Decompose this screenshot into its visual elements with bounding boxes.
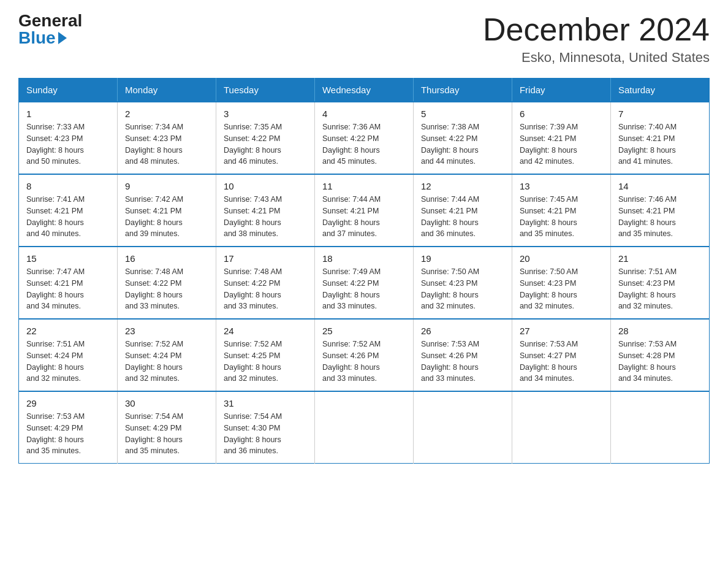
calendar-day-cell: 4Sunrise: 7:36 AMSunset: 4:22 PMDaylight… [314,102,413,174]
day-info: Sunrise: 7:52 AMSunset: 4:26 PMDaylight:… [322,339,406,385]
weekday-header-thursday: Thursday [413,79,512,102]
day-info: Sunrise: 7:42 AMSunset: 4:21 PMDaylight:… [125,194,208,240]
calendar-day-cell: 25Sunrise: 7:52 AMSunset: 4:26 PMDayligh… [314,319,413,391]
calendar-body: 1Sunrise: 7:33 AMSunset: 4:23 PMDaylight… [19,102,710,464]
day-number: 12 [421,181,504,191]
day-number: 22 [26,326,110,336]
calendar-day-cell: 10Sunrise: 7:43 AMSunset: 4:21 PMDayligh… [216,174,314,247]
calendar-day-cell: 7Sunrise: 7:40 AMSunset: 4:21 PMDaylight… [610,102,709,174]
day-info: Sunrise: 7:33 AMSunset: 4:23 PMDaylight:… [26,121,110,167]
day-number: 26 [421,326,504,336]
day-info: Sunrise: 7:44 AMSunset: 4:21 PMDaylight:… [421,194,504,240]
calendar-week-row: 29Sunrise: 7:53 AMSunset: 4:29 PMDayligh… [19,391,710,464]
weekday-header-sunday: Sunday [19,79,118,102]
calendar-day-cell: 6Sunrise: 7:39 AMSunset: 4:21 PMDaylight… [512,102,610,174]
logo-triangle-icon [58,32,67,44]
day-number: 25 [322,326,406,336]
day-info: Sunrise: 7:48 AMSunset: 4:22 PMDaylight:… [125,266,208,312]
page-header: General Blue December 2024 Esko, Minneso… [18,12,710,66]
weekday-header-tuesday: Tuesday [216,79,314,102]
calendar-day-cell: 18Sunrise: 7:49 AMSunset: 4:22 PMDayligh… [314,247,413,319]
day-info: Sunrise: 7:45 AMSunset: 4:21 PMDaylight:… [520,194,603,240]
day-number: 28 [618,326,702,336]
calendar-week-row: 15Sunrise: 7:47 AMSunset: 4:21 PMDayligh… [19,247,710,319]
day-number: 15 [26,253,110,264]
day-number: 29 [26,398,110,408]
calendar-day-cell: 2Sunrise: 7:34 AMSunset: 4:23 PMDaylight… [117,102,216,174]
day-number: 9 [125,181,208,191]
day-info: Sunrise: 7:50 AMSunset: 4:23 PMDaylight:… [421,266,504,312]
weekday-header-monday: Monday [117,79,216,102]
day-info: Sunrise: 7:52 AMSunset: 4:24 PMDaylight:… [125,339,208,385]
day-number: 5 [421,109,504,119]
day-info: Sunrise: 7:40 AMSunset: 4:21 PMDaylight:… [618,121,702,167]
calendar-day-cell: 5Sunrise: 7:38 AMSunset: 4:22 PMDaylight… [413,102,512,174]
day-number: 3 [224,109,307,119]
day-info: Sunrise: 7:49 AMSunset: 4:22 PMDaylight:… [322,266,406,312]
day-info: Sunrise: 7:41 AMSunset: 4:21 PMDaylight:… [26,194,110,240]
calendar-day-cell: 26Sunrise: 7:53 AMSunset: 4:26 PMDayligh… [413,319,512,391]
day-info: Sunrise: 7:51 AMSunset: 4:23 PMDaylight:… [618,266,702,312]
day-number: 30 [125,398,208,408]
calendar-day-cell: 17Sunrise: 7:48 AMSunset: 4:22 PMDayligh… [216,247,314,319]
weekday-header-wednesday: Wednesday [314,79,413,102]
day-info: Sunrise: 7:38 AMSunset: 4:22 PMDaylight:… [421,121,504,167]
day-info: Sunrise: 7:51 AMSunset: 4:24 PMDaylight:… [26,339,110,385]
day-info: Sunrise: 7:39 AMSunset: 4:21 PMDaylight:… [520,121,603,167]
calendar-day-cell: 11Sunrise: 7:44 AMSunset: 4:21 PMDayligh… [314,174,413,247]
calendar-day-cell: 15Sunrise: 7:47 AMSunset: 4:21 PMDayligh… [19,247,118,319]
calendar-day-cell: 29Sunrise: 7:53 AMSunset: 4:29 PMDayligh… [19,391,118,464]
day-info: Sunrise: 7:43 AMSunset: 4:21 PMDaylight:… [224,194,307,240]
day-info: Sunrise: 7:34 AMSunset: 4:23 PMDaylight:… [125,121,208,167]
day-number: 13 [520,181,603,191]
month-title: December 2024 [483,12,710,47]
calendar-day-cell: 19Sunrise: 7:50 AMSunset: 4:23 PMDayligh… [413,247,512,319]
day-number: 18 [322,253,406,264]
day-number: 31 [224,398,307,408]
day-info: Sunrise: 7:52 AMSunset: 4:25 PMDaylight:… [224,339,307,385]
calendar-day-cell: 23Sunrise: 7:52 AMSunset: 4:24 PMDayligh… [117,319,216,391]
calendar-day-cell: 3Sunrise: 7:35 AMSunset: 4:22 PMDaylight… [216,102,314,174]
day-info: Sunrise: 7:35 AMSunset: 4:22 PMDaylight:… [224,121,307,167]
day-number: 10 [224,181,307,191]
calendar-day-cell: 1Sunrise: 7:33 AMSunset: 4:23 PMDaylight… [19,102,118,174]
calendar-day-cell: 13Sunrise: 7:45 AMSunset: 4:21 PMDayligh… [512,174,610,247]
day-number: 21 [618,253,702,264]
day-info: Sunrise: 7:44 AMSunset: 4:21 PMDaylight:… [322,194,406,240]
day-info: Sunrise: 7:47 AMSunset: 4:21 PMDaylight:… [26,266,110,312]
day-info: Sunrise: 7:48 AMSunset: 4:22 PMDaylight:… [224,266,307,312]
day-number: 4 [322,109,406,119]
calendar-header-row: SundayMondayTuesdayWednesdayThursdayFrid… [19,79,710,102]
day-info: Sunrise: 7:54 AMSunset: 4:30 PMDaylight:… [224,411,307,457]
day-number: 14 [618,181,702,191]
calendar-day-cell: 27Sunrise: 7:53 AMSunset: 4:27 PMDayligh… [512,319,610,391]
day-number: 16 [125,253,208,264]
calendar-day-cell: 21Sunrise: 7:51 AMSunset: 4:23 PMDayligh… [610,247,709,319]
calendar-day-cell: 12Sunrise: 7:44 AMSunset: 4:21 PMDayligh… [413,174,512,247]
calendar-week-row: 8Sunrise: 7:41 AMSunset: 4:21 PMDaylight… [19,174,710,247]
logo-general-text: General [18,12,82,29]
weekday-header-saturday: Saturday [610,79,709,102]
calendar-day-cell [610,391,709,464]
calendar-day-cell [413,391,512,464]
day-number: 27 [520,326,603,336]
calendar-day-cell: 16Sunrise: 7:48 AMSunset: 4:22 PMDayligh… [117,247,216,319]
logo-blue-text: Blue [18,29,68,47]
day-info: Sunrise: 7:53 AMSunset: 4:27 PMDaylight:… [520,339,603,385]
day-number: 19 [421,253,504,264]
weekday-header-friday: Friday [512,79,610,102]
calendar-day-cell: 22Sunrise: 7:51 AMSunset: 4:24 PMDayligh… [19,319,118,391]
calendar-day-cell: 30Sunrise: 7:54 AMSunset: 4:29 PMDayligh… [117,391,216,464]
calendar-day-cell: 28Sunrise: 7:53 AMSunset: 4:28 PMDayligh… [610,319,709,391]
location-text: Esko, Minnesota, United States [483,50,710,66]
day-info: Sunrise: 7:54 AMSunset: 4:29 PMDaylight:… [125,411,208,457]
day-number: 23 [125,326,208,336]
day-number: 2 [125,109,208,119]
day-info: Sunrise: 7:53 AMSunset: 4:28 PMDaylight:… [618,339,702,385]
calendar-day-cell [512,391,610,464]
day-number: 20 [520,253,603,264]
calendar-week-row: 22Sunrise: 7:51 AMSunset: 4:24 PMDayligh… [19,319,710,391]
calendar-day-cell: 8Sunrise: 7:41 AMSunset: 4:21 PMDaylight… [19,174,118,247]
calendar-day-cell [314,391,413,464]
day-number: 24 [224,326,307,336]
